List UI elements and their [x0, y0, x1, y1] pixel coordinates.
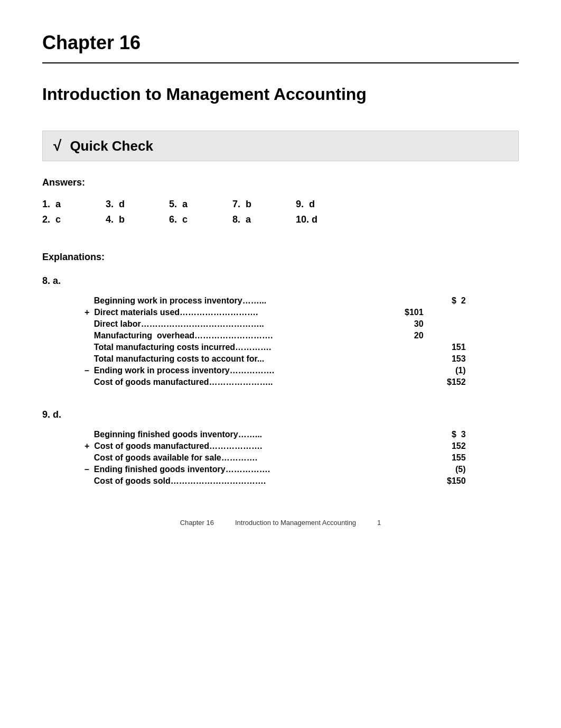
table-row: Manufacturing overhead………………………. 20	[85, 330, 466, 342]
footer-page: 1	[377, 519, 381, 527]
sqrt-symbol: √	[53, 137, 61, 154]
row-prefix: –	[85, 465, 91, 474]
answer-1: 1. a	[42, 199, 106, 210]
explanations-label: Explanations:	[42, 252, 519, 263]
row-value: 151	[424, 343, 466, 352]
row-mid-value: $101	[392, 308, 424, 317]
table-row: Cost of goods manufactured………………….. $152	[85, 376, 466, 388]
answer-5: 5. a	[169, 199, 232, 210]
table-row: – Ending finished goods inventory……………. …	[85, 464, 466, 475]
row-prefix: –	[85, 366, 91, 375]
row-prefix	[85, 377, 91, 386]
row-prefix	[85, 331, 91, 340]
answer-3: 3. d	[106, 199, 169, 210]
answers-grid: 1. a 3. d 5. a 7. b 9. d 2. c 4. b 6. c …	[42, 199, 519, 225]
table-row: Total manufacturing costs to account for…	[85, 353, 466, 365]
answer-8: 8. a	[232, 214, 296, 225]
row-prefix: +	[85, 308, 92, 317]
footer-chapter: Chapter 16	[180, 519, 214, 527]
row-value: $150	[424, 476, 466, 486]
problem-8-table: Beginning work in process inventory……...…	[74, 295, 550, 388]
row-prefix	[85, 296, 91, 305]
problem-9-label: 9. d.	[42, 409, 519, 420]
answer-10: 10. d	[296, 214, 359, 225]
row-label: Cost of goods manufactured……………….	[94, 441, 262, 450]
row-label: Cost of goods manufactured…………………..	[94, 377, 273, 386]
row-value: $152	[424, 377, 466, 387]
row-value: 152	[424, 441, 466, 451]
quick-check-label: Quick Check	[70, 138, 153, 154]
answer-4: 4. b	[106, 214, 169, 225]
row-value: $ 2	[424, 296, 466, 306]
row-prefix	[85, 476, 91, 485]
answers-label: Answers:	[42, 177, 519, 188]
answer-2: 2. c	[42, 214, 106, 225]
problem-9-table: Beginning finished goods inventory……... …	[74, 429, 550, 487]
page-footer: Chapter 16 Introduction to Management Ac…	[42, 519, 519, 527]
quick-check-section: √ Quick Check	[42, 131, 519, 161]
table-row: + Cost of goods manufactured………………. 152	[85, 440, 466, 452]
row-mid-value: 30	[392, 319, 424, 329]
row-label: Ending work in process inventory…………….	[94, 366, 274, 375]
row-label: Direct materials used……………………….	[94, 308, 258, 317]
row-prefix	[85, 354, 91, 363]
row-value: 155	[424, 453, 466, 463]
row-prefix: +	[85, 441, 92, 450]
table-row: Cost of goods available for sale…………. 15…	[85, 452, 466, 464]
row-label: Direct labor……………………………………..	[94, 319, 264, 328]
answer-6: 6. c	[169, 214, 232, 225]
table-row: Beginning work in process inventory……...…	[85, 295, 466, 307]
footer-section: Introduction to Management Accounting	[235, 519, 356, 527]
answer-7: 7. b	[232, 199, 296, 210]
row-value: $ 3	[424, 430, 466, 439]
row-prefix	[85, 319, 91, 328]
table-row: Cost of goods sold……………………………. $150	[85, 475, 466, 487]
problem-8-label: 8. a.	[42, 275, 519, 287]
row-prefix	[85, 343, 91, 352]
row-prefix	[85, 453, 91, 462]
row-value: 153	[424, 354, 466, 364]
row-label: Ending finished goods inventory…………….	[94, 465, 270, 474]
table-row: Beginning finished goods inventory……... …	[85, 429, 466, 440]
table-row: Direct labor…………………………………….. 30	[85, 318, 466, 330]
section-title: Introduction to Management Accounting	[42, 85, 519, 104]
table-row: + Direct materials used………………………. $101	[85, 307, 466, 318]
table-row: – Ending work in process inventory…………….…	[85, 365, 466, 376]
row-label: Cost of goods available for sale………….	[94, 453, 257, 462]
table-row: Total manufacturing costs incurred…………. …	[85, 342, 466, 353]
row-label: Total manufacturing costs incurred………….	[94, 343, 272, 352]
row-label: Cost of goods sold…………………………….	[94, 476, 266, 485]
row-mid-value: 20	[392, 331, 424, 340]
row-label: Beginning finished goods inventory……...	[94, 430, 262, 439]
row-value: (5)	[424, 465, 466, 474]
row-prefix	[85, 430, 91, 439]
row-label: Beginning work in process inventory……...	[94, 296, 266, 305]
row-value: (1)	[424, 366, 466, 375]
chapter-title: Chapter 16	[42, 32, 519, 63]
row-label: Manufacturing overhead……………………….	[94, 331, 273, 340]
row-label: Total manufacturing costs to account for…	[94, 354, 264, 363]
answer-9: 9. d	[296, 199, 359, 210]
